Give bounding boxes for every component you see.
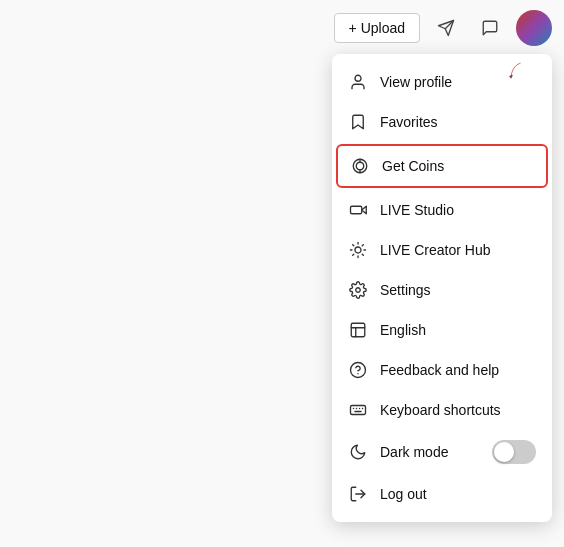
gear-icon bbox=[348, 280, 368, 300]
menu-item-get-coins[interactable]: Get Coins bbox=[336, 144, 548, 188]
menu-item-english[interactable]: English bbox=[332, 310, 552, 350]
video-icon bbox=[348, 200, 368, 220]
menu-item-keyboard-shortcuts[interactable]: Keyboard shortcuts bbox=[332, 390, 552, 430]
svg-marker-9 bbox=[362, 206, 367, 214]
menu-item-live-studio[interactable]: LIVE Studio bbox=[332, 190, 552, 230]
person-icon bbox=[348, 72, 368, 92]
toggle-thumb bbox=[494, 442, 514, 462]
keyboard-icon bbox=[348, 400, 368, 420]
avatar[interactable] bbox=[516, 10, 552, 46]
svg-point-15 bbox=[351, 363, 366, 378]
svg-point-10 bbox=[355, 247, 361, 253]
menu-item-live-creator-hub[interactable]: LIVE Creator Hub bbox=[332, 230, 552, 270]
send-icon bbox=[437, 19, 455, 37]
message-icon bbox=[481, 19, 499, 37]
svg-rect-17 bbox=[351, 406, 366, 415]
menu-label-english: English bbox=[380, 322, 536, 338]
menu-item-view-profile[interactable]: View profile bbox=[332, 62, 552, 102]
dark-mode-toggle[interactable] bbox=[492, 440, 536, 464]
menu-item-dark-mode[interactable]: Dark mode bbox=[332, 430, 552, 474]
menu-label-live-creator-hub: LIVE Creator Hub bbox=[380, 242, 536, 258]
moon-icon bbox=[348, 442, 368, 462]
svg-rect-8 bbox=[351, 206, 362, 214]
menu-label-dark-mode: Dark mode bbox=[380, 444, 480, 460]
svg-point-3 bbox=[355, 75, 361, 81]
translate-icon bbox=[348, 320, 368, 340]
upload-button[interactable]: + Upload bbox=[334, 13, 420, 43]
menu-label-log-out: Log out bbox=[380, 486, 536, 502]
menu-label-get-coins: Get Coins bbox=[382, 158, 534, 174]
topbar: + Upload bbox=[322, 0, 564, 56]
dropdown-menu: View profile Favorites Get Coins LIVE St… bbox=[332, 54, 552, 522]
menu-label-view-profile: View profile bbox=[380, 74, 536, 90]
menu-label-favorites: Favorites bbox=[380, 114, 536, 130]
menu-item-settings[interactable]: Settings bbox=[332, 270, 552, 310]
menu-label-feedback: Feedback and help bbox=[380, 362, 536, 378]
menu-item-favorites[interactable]: Favorites bbox=[332, 102, 552, 142]
menu-item-feedback[interactable]: Feedback and help bbox=[332, 350, 552, 390]
logout-icon bbox=[348, 484, 368, 504]
menu-item-log-out[interactable]: Log out bbox=[332, 474, 552, 514]
upload-label: + Upload bbox=[349, 20, 405, 36]
message-icon-button[interactable] bbox=[472, 10, 508, 46]
bookmark-icon bbox=[348, 112, 368, 132]
coin-icon bbox=[350, 156, 370, 176]
menu-label-live-studio: LIVE Studio bbox=[380, 202, 536, 218]
help-icon bbox=[348, 360, 368, 380]
svg-point-5 bbox=[356, 162, 364, 170]
svg-rect-12 bbox=[351, 323, 365, 337]
bulb-icon bbox=[348, 240, 368, 260]
menu-label-settings: Settings bbox=[380, 282, 536, 298]
send-icon-button[interactable] bbox=[428, 10, 464, 46]
svg-point-11 bbox=[356, 288, 361, 293]
menu-label-keyboard-shortcuts: Keyboard shortcuts bbox=[380, 402, 536, 418]
